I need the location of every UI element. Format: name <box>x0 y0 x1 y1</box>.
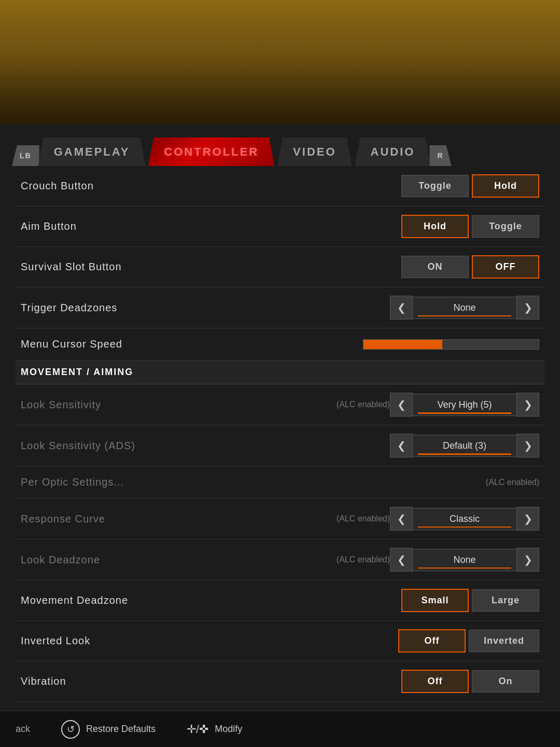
survival-slot-row: Survival Slot Button ON OFF <box>16 247 544 287</box>
vibration-row: Vibration Off On <box>16 661 544 702</box>
aim-button-controls: Hold Toggle <box>401 215 539 238</box>
back-label: ack <box>16 724 30 735</box>
inverted-look-controls: Off Inverted <box>398 629 539 653</box>
tab-audio-label: AUDIO <box>371 145 415 159</box>
inverted-look-label: Inverted Look <box>21 635 398 647</box>
look-sensitivity-ads-next[interactable]: ❯ <box>516 434 539 458</box>
survival-slot-label: Survival Slot Button <box>21 261 401 273</box>
per-optic-sublabel: (ALC enabled) <box>486 478 539 487</box>
look-sensitivity-next[interactable]: ❯ <box>516 393 539 417</box>
survival-on-btn[interactable]: ON <box>401 256 469 278</box>
modify-label: Modify <box>215 724 242 735</box>
look-sensitivity-ads-prev[interactable]: ❮ <box>390 434 413 458</box>
look-sensitivity-selector: ❮ Very High (5) ❯ <box>390 393 539 417</box>
top-background <box>0 0 560 145</box>
crouch-button-label: Crouch Button <box>21 180 401 192</box>
response-curve-next[interactable]: ❯ <box>516 507 539 531</box>
look-deadzone-next[interactable]: ❯ <box>516 548 539 572</box>
movement-deadzone-label: Movement Deadzone <box>21 594 401 606</box>
crouch-hold-btn[interactable]: Hold <box>472 174 539 198</box>
look-deadzone-prev[interactable]: ❮ <box>390 548 413 572</box>
trigger-deadzones-row: Trigger Deadzones ❮ None ❯ <box>16 287 544 328</box>
tab-controller-label: CONTROLLER <box>164 145 259 159</box>
trigger-deadzones-prev[interactable]: ❮ <box>390 296 413 320</box>
tab-gameplay-label: GAMEPLAY <box>54 145 130 159</box>
rb-tag[interactable]: R <box>429 145 451 166</box>
tab-video-label: VIDEO <box>293 145 336 159</box>
tab-controller[interactable]: CONTROLLER <box>148 137 274 166</box>
menu-cursor-speed-label: Menu Cursor Speed <box>21 338 363 350</box>
response-curve-sublabel: (ALC enabled) <box>337 514 390 523</box>
movement-deadzone-large-btn[interactable]: Large <box>472 589 539 612</box>
vibration-off-btn[interactable]: Off <box>401 670 469 693</box>
per-optic-row: Per Optic Settings... (ALC enabled) <box>16 466 544 499</box>
inverted-look-off-btn[interactable]: Off <box>398 629 466 653</box>
look-deadzone-sublabel: (ALC enabled) <box>337 555 390 564</box>
look-sensitivity-ads-selector: ❮ Default (3) ❯ <box>390 434 539 458</box>
vibration-on-btn[interactable]: On <box>472 670 539 693</box>
lb-tag[interactable]: LB <box>12 145 39 166</box>
trigger-deadzones-label: Trigger Deadzones <box>21 302 390 314</box>
modify-action[interactable]: ✛/✜ Modify <box>187 723 242 736</box>
inverted-look-inverted-btn[interactable]: Inverted <box>469 630 539 652</box>
menu-cursor-speed-slider[interactable] <box>363 339 539 350</box>
look-deadzone-selector: ❮ None ❯ <box>390 548 539 572</box>
restore-defaults-action[interactable]: ↺ Restore Defaults <box>61 720 156 739</box>
settings-area: Crouch Button Toggle Hold Aim Button Hol… <box>0 166 560 702</box>
look-sensitivity-ads-row: Look Sensitivity (ADS) ❮ Default (3) ❯ <box>16 425 544 466</box>
modify-icon: ✛/✜ <box>187 723 208 736</box>
slider-fill <box>363 340 442 349</box>
aim-button-label: Aim Button <box>21 220 401 232</box>
restore-defaults-label: Restore Defaults <box>86 724 156 735</box>
tab-gameplay[interactable]: GAMEPLAY <box>38 137 146 166</box>
slider-track <box>363 339 539 350</box>
response-curve-selector: ❮ Classic ❯ <box>390 507 539 531</box>
look-deadzone-row: Look Deadzone (ALC enabled) ❮ None ❯ <box>16 540 544 580</box>
vibration-label: Vibration <box>21 675 401 687</box>
crouch-button-row: Crouch Button Toggle Hold <box>16 166 544 206</box>
trigger-deadzones-selector: ❮ None ❯ <box>390 296 539 320</box>
look-deadzone-label: Look Deadzone <box>21 554 326 566</box>
bottom-bar: ack ↺ Restore Defaults ✛/✜ Modify <box>0 711 560 747</box>
menu-cursor-speed-row: Menu Cursor Speed <box>16 328 544 361</box>
look-sensitivity-sublabel: (ALC enabled) <box>337 400 390 409</box>
survival-off-btn[interactable]: OFF <box>472 255 539 279</box>
per-optic-label: Per Optic Settings... <box>21 476 475 488</box>
inverted-look-row: Inverted Look Off Inverted <box>16 621 544 661</box>
look-sensitivity-ads-value: Default (3) <box>413 435 516 457</box>
look-sensitivity-prev[interactable]: ❮ <box>390 393 413 417</box>
lb-label: LB <box>20 151 32 160</box>
look-sensitivity-label: Look Sensitivity <box>21 399 326 411</box>
crouch-button-controls: Toggle Hold <box>401 174 539 198</box>
response-curve-row: Response Curve (ALC enabled) ❮ Classic ❯ <box>16 499 544 540</box>
movement-deadzone-row: Movement Deadzone Small Large <box>16 580 544 621</box>
restore-icon-glyph: ↺ <box>67 724 75 735</box>
movement-deadzone-small-btn[interactable]: Small <box>401 589 469 612</box>
main-panel: LB GAMEPLAY CONTROLLER VIDEO AUDIO R Cro… <box>0 125 560 747</box>
trigger-deadzones-next[interactable]: ❯ <box>516 296 539 320</box>
aim-button-row: Aim Button Hold Toggle <box>16 206 544 247</box>
tab-audio[interactable]: AUDIO <box>355 137 431 166</box>
response-curve-value: Classic <box>413 508 516 530</box>
look-sensitivity-row: Look Sensitivity (ALC enabled) ❮ Very Hi… <box>16 384 544 425</box>
response-curve-prev[interactable]: ❮ <box>390 507 413 531</box>
response-curve-label: Response Curve <box>21 513 326 525</box>
nav-tabs: LB GAMEPLAY CONTROLLER VIDEO AUDIO R <box>0 125 560 166</box>
vibration-controls: Off On <box>401 670 539 693</box>
tab-video[interactable]: VIDEO <box>277 137 352 166</box>
rb-label: R <box>437 151 443 160</box>
aim-hold-btn[interactable]: Hold <box>401 215 469 238</box>
survival-slot-controls: ON OFF <box>401 255 539 279</box>
movement-aiming-header: MOVEMENT / AIMING <box>16 361 544 384</box>
trigger-deadzones-value: None <box>413 297 516 319</box>
movement-deadzone-controls: Small Large <box>401 589 539 612</box>
look-deadzone-value: None <box>413 549 516 571</box>
crouch-toggle-btn[interactable]: Toggle <box>401 175 469 197</box>
aim-toggle-btn[interactable]: Toggle <box>472 215 539 238</box>
restore-defaults-icon: ↺ <box>61 720 80 739</box>
look-sensitivity-value: Very High (5) <box>413 394 516 416</box>
look-sensitivity-ads-label: Look Sensitivity (ADS) <box>21 440 390 452</box>
